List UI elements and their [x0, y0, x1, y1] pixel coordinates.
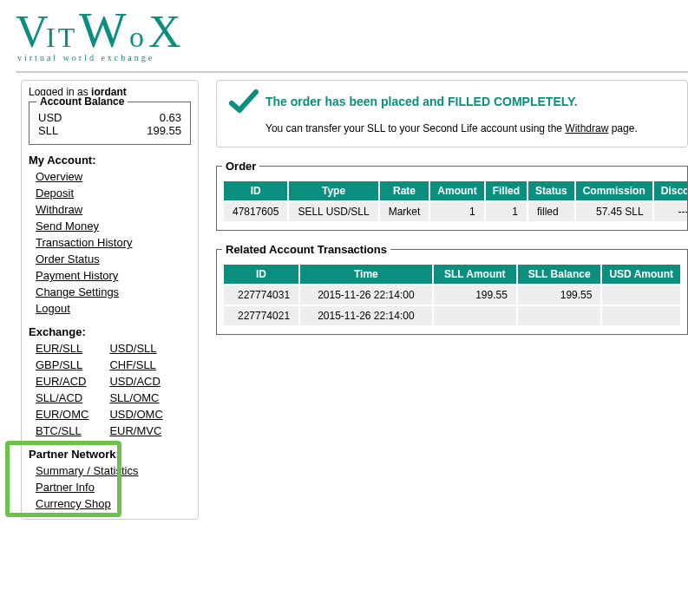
sidebar-panel: Logged in as jordant Account Balance USD… [21, 80, 199, 520]
table-row: 47817605 SELL USD/SLL Market 1 1 filled … [223, 201, 688, 222]
order-table: ID Type Rate Amount Filled Status Commis… [222, 180, 688, 223]
th-time: Time [299, 264, 433, 285]
logo: V IT W o X virtual world exchange [0, 0, 688, 68]
link-payment-history[interactable]: Payment History [36, 269, 118, 282]
th-type: Type [288, 180, 378, 201]
main-content: The order has been placed and FILLED COM… [216, 80, 688, 520]
svg-text:V: V [16, 7, 48, 56]
link-transaction-history[interactable]: Transaction History [36, 236, 133, 249]
cell-filled: 1 [485, 201, 527, 222]
balance-legend: Account Balance [36, 95, 128, 108]
link-logout[interactable]: Logout [36, 302, 70, 315]
svg-text:o: o [129, 21, 144, 53]
cell-usd-amount [601, 285, 681, 305]
transactions-fieldset: Related Account Transactions ID Time SLL… [216, 243, 688, 335]
note-post: page. [608, 122, 637, 134]
table-row: 227774021 2015-11-26 22:14:00 [223, 305, 681, 326]
section-my-account: My Account: [29, 154, 191, 167]
th-status: Status [527, 180, 575, 201]
link-withdraw-inline[interactable]: Withdraw [565, 122, 608, 134]
th-sll-amount: SLL Amount [433, 264, 517, 285]
success-message: The order has been placed and FILLED COM… [265, 95, 578, 108]
link-change-settings[interactable]: Change Settings [36, 285, 119, 298]
balance-currency: SLL [38, 124, 58, 137]
section-exchange: Exchange: [29, 325, 191, 338]
sidebar: Logged in as jordant Account Balance USD… [21, 80, 199, 520]
balance-amount: 0.63 [160, 111, 181, 124]
balance-amount: 199.55 [147, 124, 181, 137]
link-eur-acd[interactable]: EUR/ACD [36, 373, 87, 390]
svg-text:virtual world exchange: virtual world exchange [17, 53, 154, 62]
link-eur-omc[interactable]: EUR/OMC [36, 406, 88, 423]
table-header-row: ID Type Rate Amount Filled Status Commis… [223, 180, 688, 201]
cell-time: 2015-11-26 22:14:00 [299, 285, 433, 305]
link-btc-sll[interactable]: BTC/SLL [36, 423, 82, 439]
cell-sll-balance [517, 305, 602, 326]
cell-rate: Market [379, 201, 430, 222]
link-withdraw[interactable]: Withdraw [36, 203, 82, 216]
transactions-table: ID Time SLL Amount SLL Balance USD Amoun… [222, 263, 682, 327]
note-pre: You can transfer your SLL to your Second… [265, 122, 565, 134]
order-legend: Order [222, 160, 259, 173]
cell-sll-amount: 199.55 [433, 285, 517, 305]
cell-status: filled [527, 201, 575, 222]
cell-amount: 1 [429, 201, 484, 222]
exchange-links: EUR/SLL GBP/SLL EUR/ACD SLL/ACD EUR/OMC … [29, 340, 191, 439]
link-send-money[interactable]: Send Money [36, 220, 99, 233]
table-header-row: ID Time SLL Amount SLL Balance USD Amoun… [223, 264, 681, 285]
cell-id: 47817605 [223, 201, 288, 222]
cell-time: 2015-11-26 22:14:00 [299, 305, 433, 326]
transactions-legend: Related Account Transactions [222, 243, 390, 256]
order-fieldset: Order ID Type Rate Amount Filled Status … [216, 160, 688, 231]
link-usd-sll[interactable]: USD/SLL [109, 340, 156, 357]
cell-id: 227774031 [223, 285, 299, 305]
link-summary-statistics[interactable]: Summary / Statistics [36, 464, 138, 477]
th-amount: Amount [429, 180, 484, 201]
cell-id: 227774021 [223, 305, 299, 326]
section-partner-network: Partner Network: [29, 448, 191, 461]
balance-row-usd: USD 0.63 [38, 111, 181, 124]
success-box: The order has been placed and FILLED COM… [216, 80, 688, 147]
link-currency-shop[interactable]: Currency Shop [36, 497, 111, 510]
th-sll-balance: SLL Balance [517, 264, 602, 285]
th-id: ID [223, 264, 299, 285]
link-sll-omc[interactable]: SLL/OMC [109, 390, 159, 406]
cell-type: SELL USD/SLL [288, 201, 378, 222]
link-overview[interactable]: Overview [36, 170, 82, 183]
th-commission: Commission [575, 180, 653, 201]
cell-usd-amount [601, 305, 681, 326]
link-order-status[interactable]: Order Status [36, 252, 100, 265]
account-balance-box: Account Balance USD 0.63 SLL 199.55 [29, 102, 191, 145]
th-rate: Rate [379, 180, 430, 201]
account-links: Overview Deposit Withdraw Send Money Tra… [29, 168, 191, 317]
link-chf-sll[interactable]: CHF/SLL [109, 357, 155, 373]
app-window: V IT W o X virtual world exchange Logged… [0, 0, 688, 616]
balance-row-sll: SLL 199.55 [38, 124, 181, 137]
link-eur-sll[interactable]: EUR/SLL [36, 340, 82, 357]
th-id: ID [223, 180, 288, 201]
svg-text:X: X [148, 7, 181, 56]
partner-links: Summary / Statistics Partner Info Curren… [29, 462, 191, 512]
cell-discount: --- [653, 201, 688, 222]
balance-currency: USD [38, 111, 62, 124]
link-partner-info[interactable]: Partner Info [36, 481, 95, 494]
table-row: 227774031 2015-11-26 22:14:00 199.55 199… [223, 285, 681, 305]
link-sll-acd[interactable]: SLL/ACD [36, 390, 82, 406]
link-usd-acd[interactable]: USD/ACD [109, 373, 161, 390]
th-usd-amount: USD Amount [601, 264, 681, 285]
cell-sll-amount [433, 305, 517, 326]
cell-commission: 57.45 SLL [575, 201, 653, 222]
check-icon [229, 89, 259, 114]
link-gbp-sll[interactable]: GBP/SLL [36, 357, 82, 373]
th-discount: Discount [653, 180, 688, 201]
cell-sll-balance: 199.55 [517, 285, 602, 305]
svg-text:IT: IT [46, 22, 77, 53]
link-eur-mvc[interactable]: EUR/MVC [109, 423, 161, 439]
success-note: You can transfer your SLL to your Second… [265, 122, 675, 134]
link-deposit[interactable]: Deposit [36, 187, 74, 200]
th-filled: Filled [485, 180, 527, 201]
link-usd-omc[interactable]: USD/OMC [109, 406, 162, 423]
svg-text:W: W [79, 7, 127, 58]
